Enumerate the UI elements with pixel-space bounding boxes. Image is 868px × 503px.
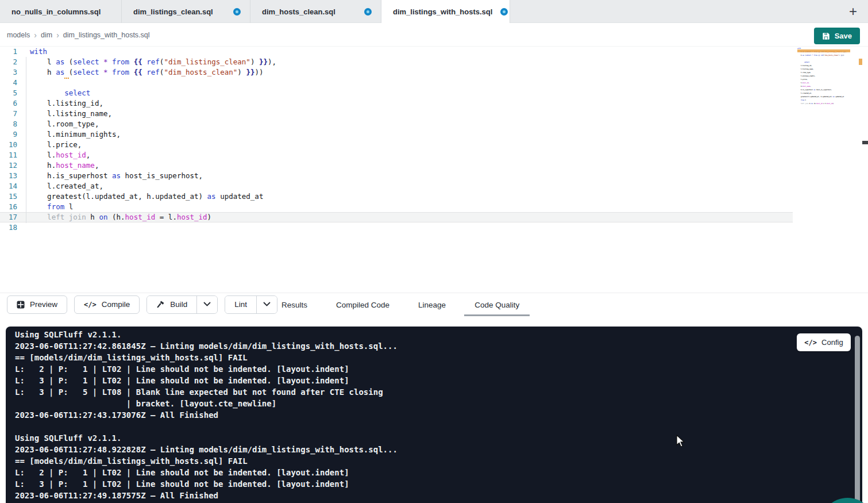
- line-number[interactable]: 17: [0, 212, 17, 222]
- terminal-line: 2023-06-06T11:27:49.187575Z – All Finish…: [15, 490, 862, 501]
- terminal-output: Using SQLFluff v2.1.1.2023-06-06T11:27:4…: [15, 329, 862, 501]
- code-line[interactable]: 5 select: [0, 88, 793, 98]
- code-token: }}: [259, 57, 268, 66]
- code-line[interactable]: 16 from l: [0, 202, 793, 212]
- line-number[interactable]: 4: [0, 78, 17, 88]
- terminal-line: L: 2 | P: 1 | LT02 | Line should not be …: [15, 363, 862, 375]
- code-token: select: [73, 57, 99, 66]
- editor-scrollbar-thumb[interactable]: [862, 141, 868, 144]
- line-number[interactable]: 2: [0, 57, 17, 67]
- code-line[interactable]: 7 l.listing_name,: [0, 109, 793, 119]
- terminal-line: == [models/dim/dim_listings_with_hosts.s…: [15, 455, 862, 467]
- code-line[interactable]: 11 l.host_id,: [0, 150, 793, 160]
- code-token: [797, 62, 804, 63]
- editor-tab[interactable]: no_nulls_in_columns.sql: [0, 0, 122, 23]
- code-token: ): [207, 213, 212, 221]
- code-line[interactable]: 17 left join h on (h.host_id = l.host_id…: [0, 212, 793, 222]
- line-number[interactable]: 10: [0, 140, 17, 150]
- line-number[interactable]: 1: [0, 47, 17, 57]
- preview-button-label: Preview: [30, 300, 57, 309]
- unsaved-changes-dot-icon[interactable]: [233, 8, 241, 16]
- line-number[interactable]: 11: [0, 150, 17, 160]
- editor-tab[interactable]: dim_listings_with_hosts.sql: [381, 0, 510, 23]
- table-grid-icon: [17, 301, 25, 309]
- breadcrumb-item[interactable]: models: [7, 31, 30, 39]
- editor-lines[interactable]: 1with2 l as (select * from {{ ref("dim_l…: [0, 47, 793, 233]
- panel-tab-results[interactable]: Results: [277, 293, 312, 316]
- terminal-scrollbar[interactable]: [855, 336, 860, 502]
- save-button[interactable]: Save: [814, 28, 860, 44]
- breadcrumb-item[interactable]: dim: [41, 31, 52, 39]
- code-token: greatest(l.updated_at, h.updated_at): [797, 96, 833, 98]
- mouse-cursor: [676, 435, 689, 448]
- lint-dropdown-button[interactable]: [256, 296, 277, 313]
- line-number[interactable]: 7: [0, 109, 17, 119]
- code-line[interactable]: 9 l.minimum_nights,: [0, 129, 793, 140]
- code-token: h: [797, 55, 803, 56]
- line-number[interactable]: 12: [0, 160, 17, 171]
- code-line[interactable]: 4: [0, 78, 793, 88]
- code-token: h.: [797, 86, 803, 87]
- action-toolbar: Preview </> Compile Build Lint: [0, 293, 868, 316]
- breadcrumb-item[interactable]: dim_listings_with_hosts.sql: [63, 31, 150, 39]
- code-line[interactable]: 6 l.listing_id,: [0, 98, 793, 109]
- line-number[interactable]: 13: [0, 171, 17, 181]
- file-header-bar: models›dim›dim_listings_with_hosts.sql S…: [0, 24, 868, 47]
- code-line[interactable]: 13 h.is_superhost as host_is_superhost,: [0, 171, 793, 181]
- editor-tab[interactable]: dim_listings_clean.sql: [122, 0, 250, 23]
- line-number[interactable]: 14: [0, 181, 17, 191]
- line-number[interactable]: 18: [0, 222, 17, 233]
- minimap-line: [797, 106, 850, 109]
- panel-tab-code-quality[interactable]: Code Quality: [470, 293, 524, 316]
- preview-button[interactable]: Preview: [7, 295, 67, 314]
- unsaved-changes-dot-icon[interactable]: [500, 8, 508, 16]
- panel-tab-lineage[interactable]: Lineage: [414, 293, 450, 316]
- code-line[interactable]: 12 h.host_name,: [0, 160, 793, 171]
- new-tab-button[interactable]: +: [843, 1, 863, 22]
- minimap-warning-highlight: [797, 49, 850, 52]
- editor-tab[interactable]: dim_hosts_clean.sql: [250, 0, 381, 23]
- build-dropdown-button[interactable]: [196, 296, 217, 313]
- code-editor[interactable]: 1with2 l as (select * from {{ ref("dim_l…: [0, 47, 868, 293]
- build-split-button: Build: [146, 295, 218, 314]
- line-number[interactable]: 5: [0, 88, 17, 98]
- code-line[interactable]: 3 h as (select * from {{ ref("dim_hosts_…: [0, 67, 793, 78]
- code-line[interactable]: 2 l as (select * from {{ ref("dim_listin…: [0, 57, 793, 67]
- line-number[interactable]: 9: [0, 129, 17, 140]
- code-line[interactable]: 8 l.room_type,: [0, 119, 793, 129]
- code-token: l.room_type,: [797, 72, 811, 74]
- unsaved-changes-dot-icon[interactable]: [364, 8, 372, 16]
- line-number[interactable]: 6: [0, 98, 17, 109]
- line-number[interactable]: 15: [0, 191, 17, 202]
- terminal-line: Using SQLFluff v2.1.1.: [15, 329, 862, 340]
- editor-minimap[interactable]: with l as (select * from {{ ref("dim_lis…: [797, 47, 850, 109]
- terminal-line: L: 3 | P: 1 | LT02 | Line should not be …: [15, 478, 862, 490]
- line-number[interactable]: 8: [0, 119, 17, 129]
- compile-button[interactable]: </> Compile: [74, 295, 140, 314]
- code-token: l.listing_name,: [30, 109, 112, 118]
- line-number[interactable]: 16: [0, 202, 17, 212]
- line-number[interactable]: 3: [0, 67, 17, 78]
- code-line[interactable]: 1with: [0, 47, 793, 57]
- build-button[interactable]: Build: [147, 296, 196, 313]
- code-line[interactable]: 18: [0, 222, 793, 233]
- code-token: as: [56, 57, 64, 66]
- code-token: updated_at: [216, 192, 264, 201]
- config-button[interactable]: </> Config: [797, 333, 851, 351]
- code-line[interactable]: 10 l.price,: [0, 140, 793, 150]
- code-token: l.listing_name,: [797, 68, 814, 70]
- code-token: (h.: [107, 213, 125, 221]
- code-line[interactable]: 14 l.created_at,: [0, 181, 793, 191]
- panel-tab-compiled-code[interactable]: Compiled Code: [331, 293, 394, 316]
- code-token: *: [103, 68, 108, 76]
- code-token: l.created_at,: [797, 93, 812, 94]
- code-token: ,: [95, 161, 99, 170]
- terminal-line: | bracket. [layout.cte_newline]: [15, 398, 862, 409]
- code-line[interactable]: 15 greatest(l.updated_at, h.updated_at) …: [0, 191, 793, 202]
- code-token: host_name: [803, 86, 811, 87]
- code-token: l: [30, 57, 56, 66]
- lint-button[interactable]: Lint: [225, 296, 256, 313]
- dbt-ide-window: no_nulls_in_columns.sqldim_listings_clea…: [0, 0, 868, 503]
- code-token: as: [207, 192, 216, 201]
- code-token: l.minimum_nights,: [30, 130, 121, 139]
